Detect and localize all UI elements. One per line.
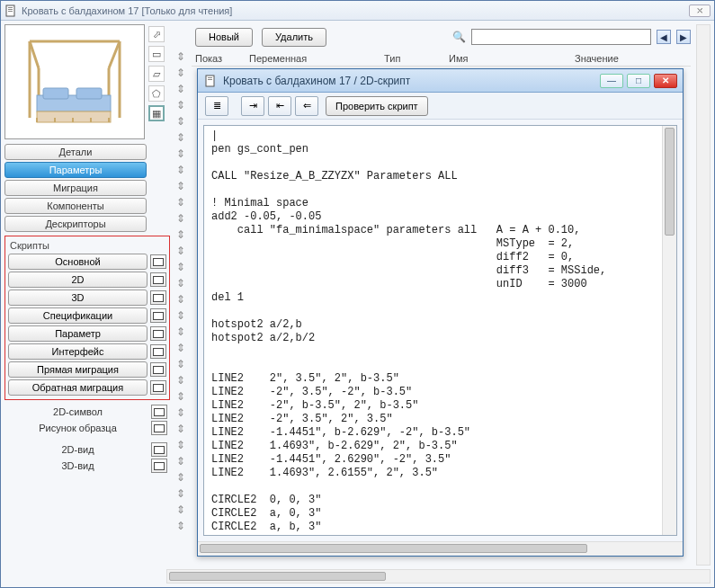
script-fwd-migration[interactable]: Прямая миграция: [8, 361, 147, 378]
toolbar-indent-icon[interactable]: ⇥: [241, 96, 264, 116]
gutter-updown-icon[interactable]: ⇕: [175, 51, 186, 62]
gutter-updown-icon[interactable]: ⇕: [175, 504, 186, 515]
script-back-edit[interactable]: [150, 380, 166, 395]
toolbar-outdent-icon[interactable]: ⇤: [268, 96, 291, 116]
header-variable: Переменная: [249, 53, 384, 64]
gutter-updown-icon[interactable]: ⇕: [175, 310, 186, 321]
gutter-updown-icon[interactable]: ⇕: [175, 197, 186, 208]
gutter-updown-icon[interactable]: ⇕: [175, 521, 186, 531]
script-3d[interactable]: 3D: [8, 290, 147, 306]
search-prev-button[interactable]: ◀: [657, 30, 671, 44]
script-main[interactable]: Основной: [8, 254, 147, 270]
extra-sample-pic-edit[interactable]: [151, 421, 167, 435]
scripts-group: Скрипты Основной 2D 3D Спецификации Пара…: [4, 236, 170, 400]
inner-close-button[interactable]: ✕: [654, 74, 677, 88]
view-2d-icon[interactable]: ⬀: [148, 26, 165, 42]
gutter-updown-icon[interactable]: ⇕: [175, 375, 186, 386]
extra-3d-view-edit[interactable]: [151, 459, 167, 473]
script-2d-edit[interactable]: [150, 272, 166, 287]
nav-descriptors[interactable]: Дескрипторы: [4, 216, 147, 232]
minimize-button[interactable]: —: [600, 74, 623, 88]
gutter-updown-icon[interactable]: ⇕: [175, 213, 186, 224]
right-panel: Новый Удалить 🔍 ◀ ▶ Показ Переменная Тип…: [192, 24, 694, 566]
main-window: Кровать с балдахином 17 [Только для чтен…: [0, 0, 715, 588]
gutter-updown-icon[interactable]: ⇕: [175, 84, 186, 94]
script-back-migration[interactable]: Обратная миграция: [8, 379, 147, 396]
view-section-icon[interactable]: ▱: [148, 66, 165, 82]
gutter-updown-icon[interactable]: ⇕: [175, 116, 186, 127]
script-spec[interactable]: Спецификации: [8, 307, 147, 324]
gutter-updown-icon[interactable]: ⇕: [175, 488, 186, 499]
gutter-updown-icon[interactable]: ⇕: [175, 407, 186, 418]
extra-2d-symbol-edit[interactable]: [151, 405, 167, 419]
extra-3d-view[interactable]: 3D-вид: [7, 460, 148, 471]
script-fwd-edit[interactable]: [150, 362, 166, 377]
script-param-edit[interactable]: [150, 326, 166, 341]
title-bar: Кровать с балдахином 17 [Только для чтен…: [1, 1, 714, 21]
gutter-updown-icon[interactable]: ⇕: [175, 440, 186, 450]
script-spec-edit[interactable]: [150, 308, 166, 323]
script-editor-window: Кровать с балдахином 17 / 2D-скрипт — □ …: [197, 68, 684, 557]
svg-line-10: [109, 41, 120, 68]
extra-2d-view[interactable]: 2D-вид: [7, 444, 148, 455]
extra-2d-symbol[interactable]: 2D-символ: [7, 406, 148, 417]
header-type: Тип: [384, 53, 449, 64]
gutter-updown-icon[interactable]: ⇕: [175, 391, 186, 402]
view-3d-icon[interactable]: ⬠: [148, 85, 165, 102]
gutter-updown-icon[interactable]: ⇕: [175, 148, 186, 159]
script-editor[interactable]: | pen gs_cont_pen CALL "Resize_A_B_ZZYZX…: [204, 126, 662, 535]
nav-parameters[interactable]: Параметры: [4, 162, 147, 178]
gutter-updown-icon[interactable]: ⇕: [175, 343, 186, 353]
gutter-updown-icon[interactable]: ⇕: [175, 165, 186, 175]
script-param[interactable]: Параметр: [8, 325, 147, 342]
gutter-updown-icon[interactable]: ⇕: [175, 132, 186, 143]
nav-details[interactable]: Детали: [4, 144, 147, 160]
toolbar-back-icon[interactable]: ⇐: [295, 96, 318, 116]
new-button[interactable]: Новый: [195, 28, 253, 47]
document-icon: [203, 74, 218, 88]
nav-migration[interactable]: Миграция: [4, 180, 147, 196]
editor-hscrollbar[interactable]: [198, 541, 683, 556]
gutter-updown-icon[interactable]: ⇕: [175, 100, 186, 111]
extra-2d-view-edit[interactable]: [151, 442, 167, 457]
gutter-updown-icon[interactable]: ⇕: [175, 423, 186, 434]
gutter-updown-icon[interactable]: ⇕: [175, 67, 186, 78]
script-2d[interactable]: 2D: [8, 272, 147, 288]
script-main-edit[interactable]: [150, 254, 166, 269]
preview-image: [4, 24, 145, 139]
gutter-controls: ⇕ ⇕ ⇕ ⇕ ⇕ ⇕ ⇕ ⇕ ⇕ ⇕ ⇕ ⇕ ⇕ ⇕ ⇕ ⇕ ⇕ ⇕ ⇕ ⇕ …: [172, 24, 190, 566]
gutter-updown-icon[interactable]: ⇕: [175, 245, 186, 256]
search-next-button[interactable]: ▶: [676, 30, 691, 44]
script-3d-edit[interactable]: [150, 290, 166, 305]
svg-rect-1: [8, 7, 13, 8]
search-input[interactable]: [471, 29, 651, 45]
gutter-updown-icon[interactable]: ⇕: [175, 294, 186, 305]
svg-rect-22: [208, 79, 212, 80]
view-elevation-icon[interactable]: ▭: [148, 46, 165, 62]
gutter-updown-icon[interactable]: ⇕: [175, 326, 186, 337]
gutter-updown-icon[interactable]: ⇕: [175, 456, 186, 467]
check-script-button[interactable]: Проверить скрипт: [326, 96, 428, 116]
view-preview-icon[interactable]: ▦: [148, 105, 165, 121]
script-interface[interactable]: Интерфейс: [8, 343, 147, 360]
body: ⬀ ▭ ▱ ⬠ ▦ Детали Параметры Миграция Комп…: [1, 21, 714, 569]
script-interface-edit[interactable]: [150, 344, 166, 359]
delete-button[interactable]: Удалить: [262, 28, 326, 47]
view-icons: ⬀ ▭ ▱ ⬠ ▦: [147, 24, 165, 142]
maximize-button[interactable]: □: [627, 74, 650, 88]
extra-sample-pic[interactable]: Рисунок образца: [7, 423, 148, 433]
toolbar-list-icon[interactable]: ≣: [205, 96, 228, 116]
gutter-updown-icon[interactable]: ⇕: [175, 262, 186, 272]
outer-vscrollbar[interactable]: [696, 24, 711, 566]
gutter-updown-icon[interactable]: ⇕: [175, 229, 186, 240]
gutter-updown-icon[interactable]: ⇕: [175, 278, 186, 289]
nav-components[interactable]: Компоненты: [4, 198, 147, 214]
gutter-updown-icon[interactable]: ⇕: [175, 359, 186, 370]
content-area: Кровать с балдахином 17 / 2D-скрипт — □ …: [192, 66, 691, 562]
outer-hscrollbar[interactable]: [166, 569, 711, 584]
gutter-updown-icon[interactable]: ⇕: [175, 181, 186, 192]
document-icon: [4, 4, 17, 17]
close-button[interactable]: ⤬: [689, 4, 711, 17]
gutter-updown-icon[interactable]: ⇕: [175, 472, 186, 483]
editor-vscrollbar[interactable]: [662, 126, 676, 535]
